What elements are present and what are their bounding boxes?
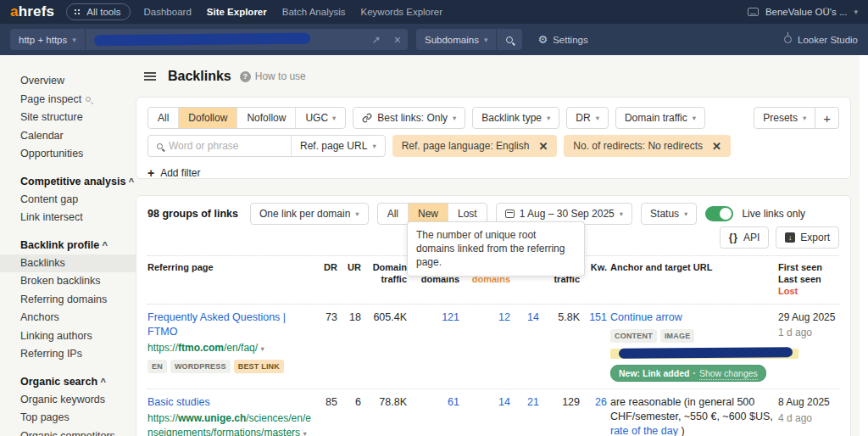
- ahrefs-logo[interactable]: ahrefs: [10, 3, 54, 20]
- chevron-down-icon: ▾: [596, 114, 599, 122]
- sidebar-item-referring-domains[interactable]: Referring domains: [0, 291, 136, 310]
- word-search-group: Ref. page URL▾: [147, 135, 386, 157]
- export-button[interactable]: ↓Export: [776, 226, 839, 249]
- image-badge: IMAGE: [660, 329, 695, 343]
- anchor-cell: are reasonable (in general 500 CHF/semes…: [610, 395, 778, 436]
- ext-value[interactable]: 21: [514, 395, 542, 436]
- anchor-link[interactable]: Continue arrow: [610, 311, 682, 323]
- page-badges: EN WORDPRESS BEST LINK: [147, 360, 314, 373]
- nav-batch-analysis[interactable]: Batch Analysis: [282, 7, 346, 17]
- menu-icon[interactable]: [144, 72, 156, 74]
- referring-page-link[interactable]: Basic studies: [147, 395, 314, 410]
- plus-icon: +: [147, 166, 154, 180]
- kw-value[interactable]: 26: [583, 395, 610, 436]
- linked-domains-value[interactable]: 12: [463, 310, 514, 382]
- show-changes-link[interactable]: Show changes: [699, 367, 758, 380]
- sidebar-section-backlink-profile[interactable]: Backlink profile ^: [0, 236, 136, 254]
- kw-value[interactable]: 151: [583, 310, 610, 382]
- add-filter-button[interactable]: + Add filter: [147, 166, 201, 180]
- api-button[interactable]: {}API: [720, 226, 770, 249]
- word-or-phrase-input[interactable]: [169, 140, 270, 152]
- referring-domains-value[interactable]: 61: [410, 395, 463, 436]
- scrollbar-track[interactable]: [860, 55, 868, 436]
- looker-studio-button[interactable]: Looker Studio: [784, 35, 858, 45]
- sidebar-section-organic-search[interactable]: Organic search ^: [0, 372, 136, 391]
- sidebar-item-referring-ips[interactable]: Referring IPs: [0, 345, 136, 364]
- col-referring-page[interactable]: Referring page: [147, 262, 314, 297]
- account-menu[interactable]: BeneValue OÜ's ... ▾: [748, 7, 858, 17]
- remove-filter-icon[interactable]: ✕: [703, 140, 731, 153]
- linked-domains-tooltip: The number of unique root domains linked…: [407, 221, 585, 277]
- referring-domains-value[interactable]: 121: [410, 310, 463, 382]
- ref-page-url-dropdown[interactable]: Ref. page URL▾: [291, 136, 385, 156]
- sidebar-item-backlinks[interactable]: Backlinks: [0, 254, 136, 273]
- best-links-dropdown[interactable]: Best links: Only▾: [353, 107, 465, 129]
- anchor-link[interactable]: rate of the day: [610, 425, 678, 436]
- sidebar-item-anchors[interactable]: Anchors: [0, 309, 136, 327]
- nav-site-explorer[interactable]: Site Explorer: [207, 7, 267, 17]
- lang-badge: EN: [147, 360, 167, 373]
- open-external-icon[interactable]: ↗: [365, 34, 387, 46]
- col-first-seen[interactable]: First seenLast seenLost: [778, 262, 839, 297]
- dr-dropdown[interactable]: DR▾: [566, 107, 609, 129]
- filter-tab-ugc[interactable]: UGC▾: [296, 108, 345, 128]
- sidebar-item-content-gap[interactable]: Content gap: [0, 191, 136, 210]
- add-preset-button[interactable]: +: [815, 107, 839, 129]
- search-button[interactable]: [497, 29, 522, 50]
- sidebar-section-competitive-analysis[interactable]: Competitive analysis ^: [0, 172, 136, 191]
- how-to-use-link[interactable]: ? How to use: [240, 70, 306, 82]
- grouping-dropdown[interactable]: One link per domain▾: [250, 203, 369, 225]
- status-dropdown[interactable]: Status▾: [641, 203, 697, 225]
- sidebar-item-overview[interactable]: Overview: [0, 72, 136, 91]
- chevron-down-icon: ▾: [854, 8, 858, 16]
- remove-filter-icon[interactable]: ✕: [529, 140, 557, 153]
- content-badge: CONTENT: [610, 329, 657, 343]
- filters-panel: All Dofollow Nofollow UGC▾ Best links: O…: [136, 97, 851, 179]
- page-title: Backlinks: [168, 69, 231, 84]
- subdomains-dropdown[interactable]: Subdomains ▾: [416, 29, 497, 50]
- linked-domains-value[interactable]: 14: [463, 395, 514, 436]
- presets-dropdown[interactable]: Presets▾: [754, 107, 815, 129]
- question-icon: ?: [240, 71, 251, 82]
- backlink-type-dropdown[interactable]: Backlink type▾: [472, 107, 559, 129]
- protocol-dropdown[interactable]: http + https ▾: [10, 29, 86, 50]
- live-links-toggle[interactable]: [705, 206, 733, 221]
- filter-tab-dofollow[interactable]: Dofollow: [179, 108, 237, 128]
- sidebar-item-site-structure[interactable]: Site structure: [0, 109, 136, 127]
- filter-tab-all[interactable]: All: [148, 108, 179, 128]
- sidebar-item-link-intersect[interactable]: Link intersect: [0, 209, 136, 227]
- sidebar-item-calendar[interactable]: Calendar: [0, 127, 136, 146]
- anchor-badges: CONTENT IMAGE: [610, 329, 778, 343]
- nav-dashboard[interactable]: Dashboard: [144, 7, 192, 17]
- nav-keywords-explorer[interactable]: Keywords Explorer: [361, 7, 443, 17]
- ext-value[interactable]: 14: [514, 310, 542, 382]
- col-ur[interactable]: UR: [341, 262, 364, 297]
- col-dr[interactable]: DR: [314, 262, 341, 297]
- links-tab-all[interactable]: All: [378, 204, 409, 224]
- platform-badge: WORDPRESS: [170, 360, 231, 373]
- sidebar-item-page-inspect[interactable]: Page inspect: [0, 91, 136, 109]
- target-input[interactable]: [86, 29, 365, 50]
- sidebar-item-top-pages[interactable]: Top pages: [0, 409, 136, 428]
- live-links-label: Live links only: [742, 208, 805, 220]
- referring-page-url[interactable]: https://www.unige.ch/sciences/en/enseign…: [147, 412, 311, 436]
- clear-icon[interactable]: ×: [387, 33, 408, 47]
- sidebar-item-broken-backlinks[interactable]: Broken backlinks: [0, 272, 136, 291]
- referring-page-url[interactable]: https://ftmo.com/en/faq/ ▾: [147, 342, 264, 354]
- sidebar-item-organic-keywords[interactable]: Organic keywords: [0, 391, 136, 410]
- device-icon: [748, 8, 759, 16]
- presets-group: Presets▾ +: [754, 107, 839, 129]
- filter-tab-nofollow[interactable]: Nofollow: [237, 108, 296, 128]
- domain-traffic-value: 78.8K: [364, 395, 410, 436]
- settings-button[interactable]: ⚙ Settings: [537, 33, 587, 46]
- search-icon: [157, 143, 163, 149]
- col-domain-traffic[interactable]: Domaintraffic: [364, 262, 410, 297]
- col-kw[interactable]: Kw.: [583, 262, 610, 297]
- domain-traffic-dropdown[interactable]: Domain traffic▾: [615, 107, 705, 129]
- sidebar-item-opportunities[interactable]: Opportunities: [0, 145, 136, 164]
- sidebar-item-organic-competitors[interactable]: Organic competitors: [0, 428, 136, 436]
- sidebar-item-linking-authors[interactable]: Linking authors: [0, 327, 136, 346]
- col-anchor-target[interactable]: Anchor and target URL: [610, 262, 778, 297]
- all-tools-button[interactable]: All tools: [66, 3, 130, 20]
- referring-page-link[interactable]: Frequently Asked Questions | FTMO: [147, 310, 314, 339]
